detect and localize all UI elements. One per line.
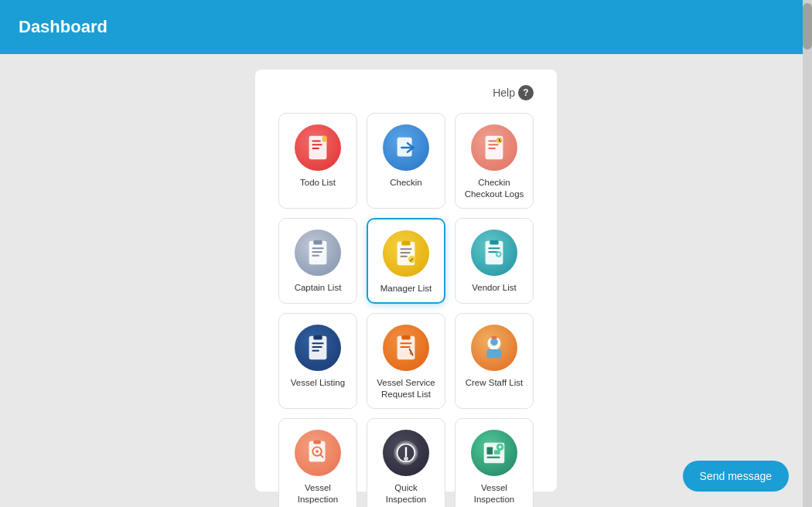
- grid-item-captain-list[interactable]: Captain List: [278, 218, 357, 304]
- svg-rect-23: [400, 256, 408, 257]
- page-title: Dashboard: [19, 17, 107, 37]
- grid-item-vessel-inspection-report[interactable]: Vessel Inspection Report: [455, 418, 534, 507]
- grid-item-vessel-listing[interactable]: Vessel Listing: [278, 313, 357, 409]
- grid-item-vessel-inspection[interactable]: Vessel Inspection: [278, 418, 357, 507]
- grid-item-todo-list[interactable]: Todo List: [278, 113, 357, 209]
- svg-text:✓: ✓: [409, 257, 415, 264]
- svg-rect-22: [400, 252, 410, 254]
- svg-rect-16: [312, 247, 323, 249]
- svg-point-54: [404, 456, 408, 461]
- label-checkin: Checkin: [390, 177, 422, 189]
- icon-crew-staff-list: [471, 325, 517, 371]
- svg-rect-18: [312, 255, 319, 257]
- grid-item-checkin[interactable]: Checkin: [367, 113, 445, 209]
- help-label: Help: [493, 87, 515, 99]
- svg-rect-47: [491, 336, 497, 339]
- svg-rect-49: [313, 441, 321, 444]
- send-message-button[interactable]: Send message: [683, 461, 789, 492]
- svg-rect-40: [400, 342, 411, 344]
- icon-captain-list: [295, 230, 341, 276]
- svg-rect-59: [494, 450, 500, 454]
- svg-rect-15: [313, 240, 322, 245]
- scrollbar-thumb[interactable]: [803, 3, 812, 49]
- label-vessel-inspection: Vessel Inspection: [285, 482, 350, 505]
- icon-vessel-inspection-report: [471, 430, 517, 476]
- svg-rect-3: [312, 148, 319, 149]
- label-crew-staff-list: Crew Staff List: [466, 377, 524, 389]
- label-manager-list: Manager List: [380, 283, 432, 294]
- grid-item-crew-staff-list[interactable]: Crew Staff List: [455, 313, 534, 409]
- svg-rect-21: [400, 248, 411, 250]
- svg-point-51: [316, 450, 319, 453]
- grid-item-vessel-service-request-list[interactable]: Vessel Service Request List: [367, 313, 445, 409]
- svg-rect-8: [488, 141, 496, 142]
- svg-rect-27: [490, 240, 498, 245]
- label-captain-list: Captain List: [295, 282, 342, 294]
- icon-quick-inspection: [383, 430, 429, 476]
- svg-rect-41: [400, 346, 410, 348]
- svg-rect-36: [312, 346, 322, 348]
- svg-rect-60: [487, 456, 500, 458]
- label-vessel-listing: Vessel Listing: [291, 377, 345, 389]
- grid-item-vendor-list[interactable]: Vendor List: [455, 218, 534, 304]
- grid-item-checkin-checkout-logs[interactable]: Checkin Checkout Logs: [455, 113, 534, 209]
- label-vendor-list: Vendor List: [472, 282, 517, 294]
- icon-vessel-listing: [295, 325, 341, 371]
- svg-rect-1: [312, 141, 320, 142]
- dashboard-card: Help ? Todo ListCheckinCheckin Checkout …: [255, 70, 557, 492]
- svg-point-45: [490, 338, 498, 345]
- label-vessel-service-request-list: Vessel Service Request List: [374, 377, 438, 400]
- grid-item-manager-list[interactable]: ✓Manager List: [367, 218, 445, 304]
- svg-rect-28: [488, 247, 500, 249]
- main-content: Help ? Todo ListCheckinCheckin Checkout …: [0, 54, 812, 507]
- svg-rect-34: [313, 335, 322, 340]
- svg-rect-2: [312, 144, 322, 145]
- label-vessel-inspection-report: Vessel Inspection Report: [462, 482, 527, 507]
- svg-rect-17: [312, 251, 322, 253]
- icon-checkin: [383, 124, 429, 171]
- label-quick-inspection: Quick Inspection: [374, 482, 438, 505]
- icon-manager-list: ✓: [383, 230, 429, 277]
- svg-rect-20: [401, 241, 410, 246]
- icon-vessel-service-request-list: [383, 325, 429, 371]
- grid-item-quick-inspection[interactable]: Quick Inspection: [367, 418, 445, 507]
- svg-rect-37: [312, 350, 319, 352]
- icon-todo-list: [295, 124, 341, 171]
- svg-rect-35: [312, 342, 323, 344]
- label-todo-list: Todo List: [300, 177, 336, 189]
- icon-checkin-checkout-logs: [471, 124, 517, 171]
- svg-rect-39: [401, 335, 410, 340]
- svg-point-43: [410, 352, 413, 355]
- help-icon[interactable]: ?: [518, 85, 534, 100]
- label-checkin-checkout-logs: Checkin Checkout Logs: [462, 177, 527, 200]
- svg-rect-58: [487, 447, 493, 454]
- dashboard-grid: Todo ListCheckinCheckin Checkout LogsCap…: [278, 113, 534, 507]
- icon-vendor-list: [471, 230, 517, 276]
- svg-rect-46: [487, 349, 502, 358]
- icon-vessel-inspection: [295, 430, 341, 476]
- svg-rect-10: [488, 148, 496, 149]
- scrollbar[interactable]: [803, 0, 812, 507]
- help-row: Help ?: [278, 85, 534, 100]
- svg-rect-4: [322, 136, 327, 142]
- header: Dashboard: [0, 0, 812, 54]
- svg-rect-9: [488, 144, 498, 145]
